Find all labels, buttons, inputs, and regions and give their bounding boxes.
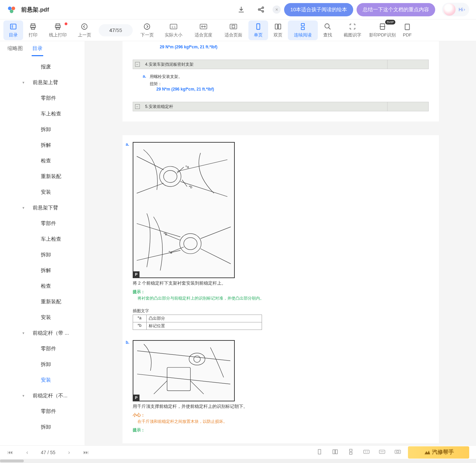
outline-item[interactable]: 拆卸 xyxy=(0,122,85,137)
outline-item-label: 安装 xyxy=(41,377,51,383)
single-page-icon xyxy=(254,22,262,31)
outline-item-label: 零部件 xyxy=(41,346,56,352)
fit-page-icon[interactable] xyxy=(394,449,401,456)
horizontal-scrollbar[interactable] xyxy=(0,459,476,463)
close-suggestions-button[interactable]: × xyxy=(273,5,281,14)
suggestion-chip-1[interactable]: 10本适合孩子阅读的绘本 xyxy=(284,3,353,16)
page-indicator[interactable]: 47 / 55 xyxy=(99,24,133,36)
svg-point-1 xyxy=(12,6,15,10)
svg-rect-18 xyxy=(230,24,237,29)
outline-item[interactable]: 安装 xyxy=(0,309,85,325)
view-double-icon[interactable] xyxy=(332,449,339,456)
outline-item[interactable]: 零部件 xyxy=(0,90,85,106)
outline-item[interactable]: 拆卸 xyxy=(0,419,85,435)
chevron-down-icon: ▾ xyxy=(22,80,24,85)
svg-point-13 xyxy=(82,23,87,29)
share-icon[interactable] xyxy=(256,5,266,14)
suggestion-chip-2[interactable]: 总结一下这个文档的重点内容 xyxy=(357,3,435,16)
outline-item[interactable]: ▾前稳定杆（不... xyxy=(0,388,85,403)
toolbar-scan-pdf[interactable]: SVIP 影印PDF识别 xyxy=(367,20,397,40)
outline-item-label: 拆卸 xyxy=(41,361,51,368)
fit-width-icon[interactable] xyxy=(379,449,385,456)
tab-outline[interactable]: 目录 xyxy=(32,42,43,56)
zoom-11-icon[interactable]: 1:1 xyxy=(363,449,370,456)
toolbar-single-page[interactable]: 单页 xyxy=(248,20,268,40)
outline-item[interactable]: 零部件 xyxy=(0,403,85,419)
outline-item[interactable]: 拆解 xyxy=(0,262,85,278)
toolbar-pdf[interactable]: PDF xyxy=(397,20,417,40)
cloud-print-icon xyxy=(54,22,62,31)
outline-item[interactable]: ▾前悬架下臂 xyxy=(0,200,85,215)
outline-item[interactable]: 拆卸 xyxy=(0,247,85,262)
outline-item[interactable]: ▾前悬架上臂 xyxy=(0,75,85,90)
outline-item-label: 前悬架上臂 xyxy=(33,79,58,86)
step-5-header[interactable]: − 5.安装前稳定杆 xyxy=(133,102,429,111)
toolbar-fit-page[interactable]: 适合页面 xyxy=(218,20,248,40)
sidebar-tabs: 缩略图 目录 xyxy=(0,41,85,57)
first-page-icon[interactable]: ⏮ xyxy=(7,449,14,456)
collapse-icon[interactable]: − xyxy=(135,104,140,109)
toolbar-toc[interactable]: 目录 xyxy=(3,20,23,40)
svg-rect-52 xyxy=(397,451,399,452)
toc-icon xyxy=(9,22,17,31)
toolbar-find[interactable]: 查找 xyxy=(318,20,338,40)
svg-text:1:1: 1:1 xyxy=(171,25,176,29)
svip-badge: SVIP xyxy=(385,20,395,25)
svg-point-0 xyxy=(8,6,12,10)
tab-thumbnails[interactable]: 缩略图 xyxy=(7,42,23,56)
toolbar-next-page[interactable]: 下一页 xyxy=(135,20,159,40)
outline-item[interactable]: 车上检查 xyxy=(0,106,85,122)
toolbar-ocr[interactable]: 截图识字 xyxy=(338,20,367,40)
view-continuous-icon[interactable] xyxy=(347,449,354,456)
next-page-icon[interactable]: › xyxy=(66,449,72,456)
outline-item-label: 安装 xyxy=(41,189,51,195)
outline-item[interactable]: 车上检查 xyxy=(0,231,85,247)
outline-item[interactable]: 重新装配 xyxy=(0,169,85,184)
chevron-down-icon: ▾ xyxy=(22,331,24,335)
chevron-down-icon: ▾ xyxy=(22,206,24,210)
pdf-page: a. *a*b*b*a P 将 2 个前稳定杆下支架衬套安装到前稳定杆上。 提示… xyxy=(122,135,439,443)
outline-item-label: 拆解 xyxy=(41,142,51,148)
collapse-icon[interactable]: − xyxy=(135,62,140,67)
outline-item[interactable]: 检查 xyxy=(0,153,85,169)
print-icon xyxy=(29,22,37,31)
outline-item[interactable]: 安装 xyxy=(0,184,85,200)
outline-list[interactable]: 报废▾前悬架上臂零部件车上检查拆卸拆解检查重新装配安装▾前悬架下臂零部件车上检查… xyxy=(0,57,85,445)
header: 前悬架.pdf × 10本适合孩子阅读的绘本 总结一下这个文档的重点内容 Hi› xyxy=(0,0,476,19)
outline-item[interactable]: 报废 xyxy=(0,59,85,75)
toolbar-prev-page[interactable]: 上一页 xyxy=(73,20,96,40)
outline-item[interactable]: 检查 xyxy=(0,278,85,294)
outline-item[interactable]: 拆解 xyxy=(0,137,85,153)
toolbar-double-page[interactable]: 双页 xyxy=(268,20,288,40)
outline-item[interactable]: 安装 xyxy=(0,372,85,388)
view-single-icon[interactable] xyxy=(316,449,323,456)
step-4-header[interactable]: − 4.安装车架挡泥板密封支架 xyxy=(133,60,429,69)
svg-point-2 xyxy=(10,10,14,13)
outline-item-label: 车上检查 xyxy=(41,111,61,117)
outline-item[interactable]: 重新装配 xyxy=(0,294,85,309)
watermark-badge: 汽修帮手 xyxy=(408,446,469,459)
svg-text:*a: *a xyxy=(185,165,189,169)
footer-page-indicator: 47 / 55 xyxy=(41,450,55,455)
toolbar-fit-width[interactable]: 适合宽度 xyxy=(188,20,218,40)
outline-item-label: 拆卸 xyxy=(41,252,51,258)
svg-line-38 xyxy=(165,234,180,240)
outline-item[interactable]: ▾前稳定杆（带 ... xyxy=(0,325,85,341)
toolbar-online-print[interactable]: 线上打印 xyxy=(43,20,73,40)
toolbar-actual-size[interactable]: 1:1 实际大小 xyxy=(159,20,188,40)
toolbar-print[interactable]: 打印 xyxy=(23,20,43,40)
outline-item[interactable]: 零部件 xyxy=(0,215,85,231)
svg-rect-19 xyxy=(232,25,235,28)
outline-item[interactable]: 拆卸 xyxy=(0,356,85,372)
pdf-viewer[interactable]: 29 N*m (296 kgf*cm, 21 ft.*lbf) − 4.安装车架… xyxy=(85,41,476,445)
download-icon[interactable] xyxy=(236,5,246,14)
fit-width-icon xyxy=(199,22,208,31)
illustration: *a*b*b*a P xyxy=(133,142,235,278)
assistant-bubble[interactable]: Hi› xyxy=(442,3,469,16)
prev-page-icon[interactable]: ‹ xyxy=(24,449,31,456)
outline-item-label: 前稳定杆（不... xyxy=(33,393,68,399)
toolbar-continuous[interactable]: 连续阅读 xyxy=(288,20,318,40)
last-page-icon[interactable]: ⏭ xyxy=(83,449,89,456)
outline-item[interactable]: 零部件 xyxy=(0,341,85,356)
svg-rect-40 xyxy=(167,367,190,390)
